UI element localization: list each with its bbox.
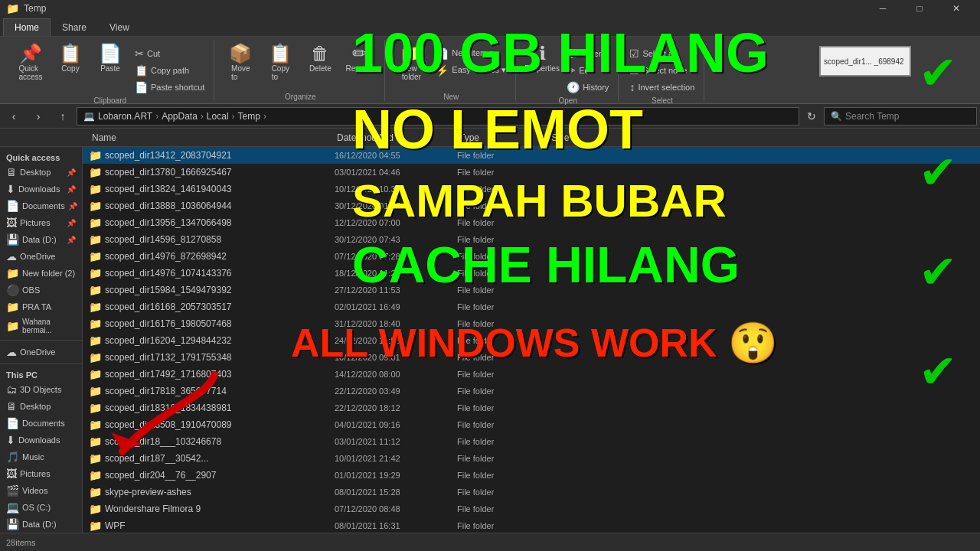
up-button[interactable]: ↑	[52, 107, 74, 126]
sidebar-item-desktop[interactable]: 🖥 Desktop 📌	[0, 164, 82, 181]
quick-access-button[interactable]: 📌 Quickaccess	[12, 43, 49, 83]
select-all-icon: ☑	[629, 47, 639, 60]
path-part-1[interactable]: Lobaron.ART	[98, 111, 152, 122]
sidebar-item-pictures-pc[interactable]: 🖼 Pictures	[0, 465, 82, 482]
sidebar-item-3d-objects[interactable]: 🗂 3D Objects	[0, 381, 82, 398]
invert-selection-button[interactable]: ↕ Invert selection	[626, 80, 697, 95]
sidebar-item-pictures[interactable]: 🖼 Pictures 📌	[0, 214, 82, 231]
new-item-button[interactable]: 📄 New item ▾	[433, 46, 509, 61]
path-part-4[interactable]: Temp	[238, 111, 260, 122]
file-row[interactable]: 📁 skype-preview-ashes 08/01/2021 15:28 F…	[83, 484, 980, 500]
sidebar-item-documents[interactable]: 📄 Documents 📌	[0, 197, 82, 214]
search-box[interactable]: 🔍 Search Temp	[824, 107, 977, 126]
paste-button[interactable]: 📄 Paste	[92, 43, 129, 74]
file-row[interactable]: 📁 scoped_dir17818_365677714 22/12/2020 0…	[83, 383, 980, 399]
file-row[interactable]: 📁 scoped_dir17132_1791755348 10/12/2020 …	[83, 349, 980, 366]
file-row[interactable]: 📁 scoped_dir204__76__2907 01/01/2021 19:…	[83, 467, 980, 484]
file-row[interactable]: 📁 scoped_dir16168_2057303517 02/01/2021 …	[83, 298, 980, 315]
forward-button[interactable]: ›	[28, 107, 49, 126]
sidebar-item-data-d[interactable]: 💾 Data (D:) 📌	[0, 231, 82, 248]
file-row[interactable]: 📁 Wondershare Filmora 9 07/12/2020 08:48…	[83, 500, 980, 517]
history-button[interactable]: 🕐 History	[564, 80, 612, 95]
edit-button[interactable]: ✏ Edit	[564, 63, 612, 78]
file-row[interactable]: 📁 scoped_dir13780_1666925467 03/01/2021 …	[83, 164, 980, 181]
col-header-date[interactable]: Date modified	[331, 132, 453, 143]
file-row[interactable]: 📁 scoped_dir18316_1834438981 22/12/2020 …	[83, 399, 980, 416]
col-header-name[interactable]: Name	[86, 132, 331, 143]
sidebar-item-onedrive[interactable]: ☁ OneDrive	[0, 248, 82, 265]
sidebar-item-wahana[interactable]: 📁 Wahana bermai...	[0, 315, 82, 337]
sidebar-item-data-d-pc[interactable]: 💾 Data (D:)	[0, 516, 82, 533]
file-row[interactable]: 📁 scoped_dir15984_1549479392 27/12/2020 …	[83, 282, 980, 298]
file-row[interactable]: 📁 scoped_dir16204_1294844232 24/12/2020 …	[83, 332, 980, 349]
file-type: File folder	[457, 336, 549, 345]
file-row[interactable]: 📁 scoped_dir187__30542... 10/01/2021 21:…	[83, 450, 980, 467]
file-row[interactable]: 📁 scoped_dir13824_1461940043 10/12/2020 …	[83, 181, 980, 197]
sidebar-item-pra-ta[interactable]: 📁 PRA TA	[0, 298, 82, 315]
file-type: File folder	[457, 302, 549, 311]
copy-path-label: Copy path	[151, 66, 189, 75]
delete-button[interactable]: 🗑 Delete	[302, 43, 338, 74]
new-folder-button[interactable]: 📁 Newfolder	[393, 43, 430, 83]
copy-button[interactable]: 📋 Copy	[52, 43, 89, 74]
path-part-3[interactable]: Local	[207, 111, 229, 122]
sidebar-item-onedrive-main[interactable]: ☁ OneDrive	[0, 344, 82, 360]
sidebar-item-os-c[interactable]: 💻 OS (C:)	[0, 499, 82, 516]
col-header-type[interactable]: Type	[453, 132, 545, 143]
minimize-button[interactable]: ─	[865, 0, 900, 17]
easy-access-button[interactable]: ⚡ Easy access ▾	[433, 63, 509, 78]
file-icon: 📁	[89, 503, 102, 515]
sidebar-item-videos[interactable]: 🎬 Videos	[0, 482, 82, 499]
file-row[interactable]: 📁 scoped_dir13956_1347066498 12/12/2020 …	[83, 214, 980, 231]
path-sep-3: ›	[232, 111, 235, 122]
file-row[interactable]: 📁 scoped_dir17492_1716807403 14/12/2020 …	[83, 366, 980, 383]
file-row[interactable]: 📁 scoped_dir18508_1910470089 04/01/2021 …	[83, 416, 980, 433]
select-none-button[interactable]: ☐ Select none	[626, 63, 697, 78]
cut-icon: ✂	[135, 47, 144, 60]
properties-button[interactable]: ℹ Properties	[524, 43, 560, 74]
tab-view[interactable]: View	[98, 18, 141, 36]
sidebar-item-obs[interactable]: ⚫ OBS	[0, 282, 82, 298]
downloads-pc-label: Downloads	[18, 435, 60, 445]
path-part-2[interactable]: AppData	[162, 111, 198, 122]
file-row[interactable]: 📁 scoped_dir13888_1036064944 30/12/2020 …	[83, 197, 980, 214]
tab-home[interactable]: Home	[3, 18, 51, 36]
file-row[interactable]: 📁 scoped_dir14976_872698942 07/12/2020 0…	[83, 248, 980, 265]
sidebar-item-downloads-pc[interactable]: ⬇ Downloads	[0, 432, 82, 448]
open-group: ℹ Properties 📂 Open ✏ Edit 🕐 History Ope…	[518, 40, 619, 101]
onedrive-main-label: OneDrive	[20, 347, 55, 357]
file-row[interactable]: 📁 scoped_dir16176_1980507468 31/12/2020 …	[83, 315, 980, 332]
sidebar-item-desktop-pc[interactable]: 🖥 Desktop	[0, 398, 82, 415]
file-date: 16/12/2020 04:55	[335, 151, 457, 160]
col-header-size[interactable]: Size	[545, 132, 606, 143]
close-button[interactable]: ✕	[939, 0, 974, 17]
file-row[interactable]: 📁 scoped_dir18___103246678 03/01/2021 11…	[83, 433, 980, 450]
move-icon: 📦	[229, 44, 252, 63]
copy-path-button[interactable]: 📋 Copy path	[132, 63, 207, 78]
tab-share[interactable]: Share	[51, 18, 98, 36]
file-row[interactable]: 📁 WPF 08/01/2021 16:31 File folder	[83, 517, 980, 533]
file-row[interactable]: 📁 scoped_dir13412_2083704921 16/12/2020 …	[83, 147, 980, 164]
rename-button[interactable]: ✏ Rename	[341, 43, 378, 74]
address-path[interactable]: 💻 Lobaron.ART › AppData › Local › Temp ›	[77, 107, 799, 126]
select-all-button[interactable]: ☑ Select all	[626, 46, 697, 61]
copy-to-button[interactable]: 📋 Copyto	[262, 43, 299, 83]
cut-button[interactable]: ✂ Cut	[132, 46, 207, 61]
file-list[interactable]: 📁 scoped_dir13412_2083704921 16/12/2020 …	[83, 147, 980, 533]
paste-shortcut-button[interactable]: 📄 Paste shortcut	[132, 80, 207, 95]
refresh-button[interactable]: ↻	[802, 107, 821, 126]
file-type: File folder	[457, 420, 549, 429]
sidebar-item-new-folder[interactable]: 📁 New folder (2)	[0, 265, 82, 282]
file-icon: 📁	[89, 233, 102, 246]
back-button[interactable]: ‹	[3, 107, 24, 126]
sidebar-item-downloads[interactable]: ⬇ Downloads 📌	[0, 181, 82, 197]
new-folder-icon: 📁	[400, 44, 423, 63]
sidebar-item-music[interactable]: 🎵 Music	[0, 448, 82, 465]
move-to-button[interactable]: 📦 Moveto	[222, 43, 259, 83]
open-button[interactable]: 📂 Open	[564, 46, 612, 61]
sidebar-item-documents-pc[interactable]: 📄 Documents	[0, 415, 82, 432]
file-row[interactable]: 📁 scoped_dir14596_81270858 30/12/2020 07…	[83, 231, 980, 248]
file-row[interactable]: 📁 scoped_dir14976_1074143376 18/12/2020 …	[83, 265, 980, 282]
file-name: scoped_dir14976_872698942	[105, 251, 335, 262]
maximize-button[interactable]: □	[902, 0, 937, 17]
